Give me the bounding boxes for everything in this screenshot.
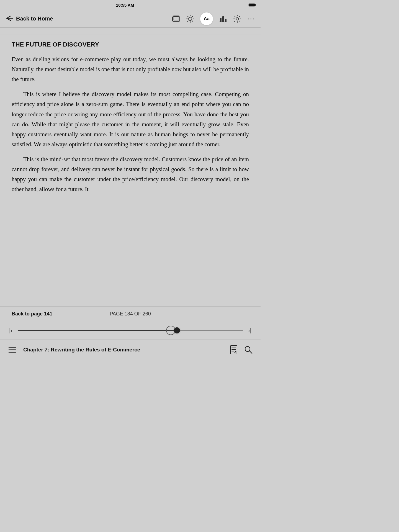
paragraph-3: This is the mind-set that most favors th… <box>12 154 249 194</box>
progress-bar-area: |‹ ›| <box>0 321 261 340</box>
search-icon[interactable] <box>244 345 253 354</box>
notes-icon[interactable] <box>230 345 238 354</box>
chapter-label: Chapter 7: Rewriting the Rules of E-Comm… <box>20 347 225 353</box>
battery-icon <box>248 3 256 7</box>
bottom-info-bar: Back to page 141 PAGE 184 OF 260 <box>0 306 261 321</box>
svg-line-13 <box>188 21 188 21</box>
nav-left: Back to Home <box>6 16 172 22</box>
go-to-start-button[interactable]: |‹ <box>8 327 14 334</box>
svg-rect-0 <box>249 4 255 6</box>
toolbar-right <box>230 345 253 354</box>
bottom-toolbar: Chapter 7: Rewriting the Rules of E-Comm… <box>0 340 261 359</box>
page-info-label: PAGE 184 OF 260 <box>91 311 170 317</box>
status-time: 10:55 AM <box>116 3 134 7</box>
svg-point-18 <box>236 17 239 20</box>
reading-stats-icon[interactable] <box>219 15 227 23</box>
paragraph-1: Even as dueling visions for e-commerce p… <box>12 54 249 84</box>
svg-line-11 <box>192 21 193 21</box>
status-bar: 10:55 AM <box>0 0 261 10</box>
svg-rect-16 <box>225 19 226 22</box>
svg-point-5 <box>189 17 192 20</box>
back-to-page-label[interactable]: Back to page 141 <box>12 311 91 317</box>
svg-rect-14 <box>220 18 222 22</box>
table-of-contents-icon[interactable] <box>8 346 16 353</box>
nav-icons: Aa ··· <box>172 12 255 25</box>
font-size-button[interactable]: Aa <box>200 12 213 25</box>
svg-line-12 <box>192 16 193 17</box>
progress-thumb-primary[interactable] <box>174 327 180 333</box>
clipped-text: ... <box>0 28 261 35</box>
paragraph-2: This is where I believe the discovery mo… <box>12 89 249 149</box>
reading-area: THE FUTURE OF DISCOVERY Even as dueling … <box>0 35 261 306</box>
svg-rect-15 <box>222 16 224 22</box>
nav-bar: Back to Home Aa <box>0 10 261 28</box>
back-to-home-button[interactable]: Back to Home <box>16 16 53 22</box>
svg-line-30 <box>249 351 252 353</box>
settings-icon[interactable] <box>233 15 241 23</box>
back-arrow-icon[interactable] <box>6 16 13 22</box>
progress-track[interactable] <box>18 330 243 331</box>
brightness-icon[interactable] <box>186 15 194 23</box>
section-title: THE FUTURE OF DISCOVERY <box>12 41 249 48</box>
svg-rect-3 <box>173 17 180 21</box>
go-to-end-button[interactable]: ›| <box>247 327 253 334</box>
svg-rect-4 <box>173 16 179 20</box>
cards-icon[interactable] <box>172 15 180 23</box>
more-options-icon[interactable]: ··· <box>247 14 255 23</box>
svg-rect-1 <box>255 4 256 6</box>
svg-line-10 <box>188 16 188 17</box>
